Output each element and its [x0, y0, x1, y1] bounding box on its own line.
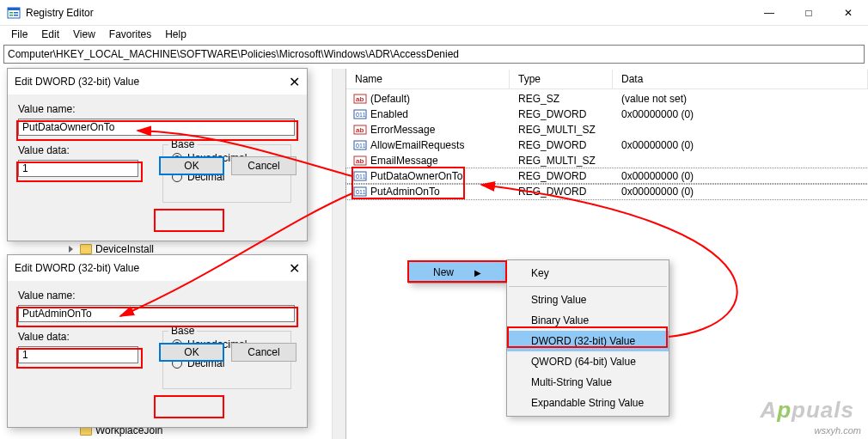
folder-icon — [80, 244, 92, 254]
column-header-data[interactable]: Data — [613, 70, 868, 88]
registry-value-row[interactable]: 011PutDataOwnerOnToREG_DWORD0x00000000 (… — [346, 168, 868, 184]
context-menu-new: New ▶ — [408, 261, 506, 284]
value-name-input[interactable] — [18, 305, 295, 322]
value-icon: ab — [353, 154, 367, 168]
svg-text:011: 011 — [356, 143, 366, 149]
minimize-button[interactable]: — — [749, 0, 789, 26]
list-header: Name Type Data — [346, 69, 868, 89]
value-name-input[interactable] — [18, 119, 295, 136]
dialog-title: Edit DWORD (32-bit) Value — [15, 76, 139, 88]
edit-dword-dialog-1: Edit DWORD (32-bit) Value ✕ Value name: … — [7, 68, 308, 241]
value-icon: 011 — [353, 138, 367, 152]
menu-help[interactable]: Help — [159, 27, 193, 42]
context-item-expand[interactable]: Expandable String Value — [507, 393, 669, 413]
context-item-dword[interactable]: DWORD (32-bit) Value — [507, 331, 669, 351]
value-data-input[interactable] — [18, 160, 138, 177]
ok-button[interactable]: OK — [159, 156, 224, 175]
value-type: REG_DWORD — [510, 108, 613, 120]
edit-dword-dialog-2: Edit DWORD (32-bit) Value ✕ Value name: … — [7, 254, 308, 428]
value-type: REG_DWORD — [510, 170, 613, 182]
registry-value-row[interactable]: 011AllowEmailRequestsREG_DWORD0x00000000… — [346, 137, 868, 153]
context-item-qword[interactable]: QWORD (64-bit) Value — [507, 351, 669, 372]
watermark-logo: Appuals — [760, 397, 854, 424]
context-item-binary[interactable]: Binary Value — [507, 310, 669, 331]
menu-view[interactable]: View — [67, 27, 101, 42]
menu-separator — [509, 286, 667, 287]
value-name: Enabled — [370, 108, 408, 120]
value-data: (value not set) — [613, 93, 868, 105]
svg-text:011: 011 — [356, 189, 366, 195]
menu-bar: File Edit View Favorites Help — [0, 26, 868, 43]
svg-rect-3 — [9, 15, 13, 16]
context-item-new[interactable]: New ▶ — [409, 262, 505, 283]
value-type: REG_DWORD — [510, 139, 613, 151]
svg-rect-5 — [14, 15, 18, 16]
value-name-label: Value name: — [18, 290, 296, 302]
registry-value-row[interactable]: 011PutAdminOnToREG_DWORD0x00000000 (0) — [346, 184, 868, 199]
tree-item-deviceinstall[interactable]: DeviceInstall — [69, 243, 154, 255]
ok-button[interactable]: OK — [159, 343, 224, 362]
value-name-label: Value name: — [18, 103, 296, 115]
close-button[interactable]: ✕ — [828, 0, 868, 26]
value-type: REG_MULTI_SZ — [510, 124, 613, 136]
maximize-button[interactable]: □ — [789, 0, 828, 26]
dialog-close-button[interactable]: ✕ — [289, 260, 300, 277]
value-icon: 011 — [353, 107, 367, 121]
value-name: (Default) — [370, 93, 410, 105]
svg-rect-1 — [8, 8, 20, 10]
svg-text:ab: ab — [356, 126, 364, 134]
value-data: 0x00000000 (0) — [613, 108, 868, 120]
registry-value-row[interactable]: 011EnabledREG_DWORD0x00000000 (0) — [346, 107, 868, 122]
app-icon — [7, 6, 21, 20]
svg-rect-4 — [14, 12, 18, 14]
value-data: 0x00000000 (0) — [613, 170, 868, 182]
tree-expander-icon[interactable] — [69, 246, 76, 253]
value-type: REG_DWORD — [510, 186, 613, 198]
column-header-type[interactable]: Type — [510, 70, 613, 88]
svg-rect-2 — [9, 12, 13, 14]
svg-text:ab: ab — [356, 95, 364, 103]
submenu-arrow-icon: ▶ — [474, 268, 481, 277]
address-path: Computer\HKEY_LOCAL_MACHINE\SOFTWARE\Pol… — [8, 48, 459, 60]
column-header-name[interactable]: Name — [346, 70, 510, 88]
svg-text:011: 011 — [356, 174, 366, 180]
value-data: 0x00000000 (0) — [613, 186, 868, 198]
value-type: REG_MULTI_SZ — [510, 155, 613, 167]
value-name: PutAdminOnTo — [370, 186, 440, 198]
value-name: ErrorMessage — [370, 124, 435, 136]
value-data: 0x00000000 (0) — [613, 139, 868, 151]
value-icon: 011 — [353, 185, 367, 198]
value-data-input[interactable] — [18, 346, 138, 363]
value-icon: ab — [353, 123, 367, 137]
context-item-key[interactable]: Key — [507, 263, 669, 284]
cancel-button[interactable]: Cancel — [231, 156, 296, 175]
registry-value-row[interactable]: abEmailMessageREG_MULTI_SZ — [346, 153, 868, 168]
context-item-multi[interactable]: Multi-String Value — [507, 372, 669, 393]
watermark-url: wsxyh.com — [815, 425, 861, 436]
window-title: Registry Editor — [26, 7, 94, 19]
value-name: AllowEmailRequests — [370, 139, 464, 151]
registry-value-row[interactable]: abErrorMessageREG_MULTI_SZ — [346, 122, 868, 137]
context-item-string[interactable]: String Value — [507, 290, 669, 310]
value-name: PutDataOwnerOnTo — [370, 170, 462, 182]
svg-text:011: 011 — [356, 112, 366, 118]
menu-edit[interactable]: Edit — [35, 27, 65, 42]
menu-file[interactable]: File — [5, 27, 34, 42]
dialog-close-button[interactable]: ✕ — [289, 74, 300, 90]
svg-text:ab: ab — [356, 157, 364, 165]
cancel-button[interactable]: Cancel — [231, 343, 296, 362]
address-bar[interactable]: Computer\HKEY_LOCAL_MACHINE\SOFTWARE\Pol… — [3, 45, 865, 64]
value-icon: ab — [353, 92, 367, 106]
dialog-title: Edit DWORD (32-bit) Value — [15, 262, 139, 274]
value-name: EmailMessage — [370, 155, 438, 167]
registry-value-row[interactable]: ab(Default)REG_SZ(value not set) — [346, 91, 868, 107]
value-icon: 011 — [353, 169, 367, 183]
context-submenu-new: Key String Value Binary Value DWORD (32-… — [506, 259, 669, 417]
menu-favorites[interactable]: Favorites — [103, 27, 157, 42]
tree-scrollbar[interactable] — [332, 69, 345, 439]
value-type: REG_SZ — [510, 93, 613, 105]
